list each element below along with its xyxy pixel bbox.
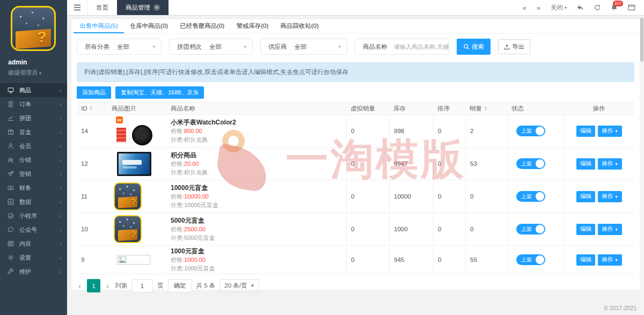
product-tab[interactable]: 出售中商品(5) [74, 19, 124, 33]
scroll-tabs-right-icon[interactable]: » [537, 4, 540, 12]
notifications-bell-icon[interactable]: 107 [611, 4, 618, 11]
product-tab[interactable]: 仓库中商品(0) [124, 19, 174, 33]
more-actions-button[interactable]: 操作▼ [598, 224, 622, 235]
settings-gear-icon [8, 254, 15, 261]
cell-stock[interactable]: 945 [389, 246, 433, 274]
marketing-send-icon [8, 171, 15, 177]
category-select[interactable]: 所有分类 全部 ▼ [77, 39, 162, 55]
sidebar-item[interactable]: 小程序 ‹ [0, 209, 67, 223]
scrollbar-thumb[interactable] [640, 18, 643, 62]
more-actions-button[interactable]: 操作▼ [598, 158, 622, 170]
cell-stock[interactable]: 9947 [389, 148, 433, 180]
sidebar-item[interactable]: 数据 ‹ [0, 195, 67, 209]
search-button[interactable]: 搜索 [457, 39, 491, 55]
cell-stock[interactable]: 1000 [389, 213, 433, 245]
per-page-select[interactable]: 20 条/页 ▼ [219, 279, 259, 292]
back-icon[interactable] [577, 5, 584, 11]
status-toggle[interactable]: 上架 [516, 158, 545, 169]
edit-button[interactable]: 编辑 [576, 158, 595, 170]
sidebar-item[interactable]: 盲盒 ‹ [0, 125, 67, 139]
search-icon [463, 43, 470, 50]
hamburger-menu-icon[interactable] [67, 0, 87, 15]
more-actions-button[interactable]: 操作▼ [598, 126, 622, 137]
table-header: ID▲▼ 商品图片 商品名称 虚拟销量 库存 排序 销量▲▼ 状态 操作 [77, 102, 634, 115]
sidebar-item[interactable]: 设置 ‹ [0, 251, 67, 265]
product-price: 价格:10000.00 [171, 192, 209, 201]
sidebar-item[interactable]: 维护 ‹ [0, 265, 67, 279]
copy-product-button[interactable]: 复制淘宝、天猫、1688、京东 [115, 86, 204, 99]
avatar[interactable]: ? [11, 6, 56, 51]
product-price: 价格:2500.00 [171, 225, 206, 233]
sidebar-item[interactable]: 商品 ‹ [0, 83, 67, 97]
sidebar-item[interactable]: 会员 ‹ [0, 139, 67, 153]
status-toggle[interactable]: 上架 [516, 224, 545, 235]
cell-sort[interactable]: 0 [433, 180, 465, 213]
sidebar-item[interactable]: 财务 ‹ [0, 181, 67, 195]
cell-id: 9 [77, 246, 107, 274]
export-button[interactable]: 导出 [498, 39, 530, 54]
header-sales[interactable]: 销量▲▼ [465, 102, 507, 114]
sidebar-item[interactable]: 分销 ‹ [0, 153, 67, 167]
tab-product-management[interactable]: 商品管理 × [117, 0, 169, 15]
product-image-cell: mi [107, 115, 166, 147]
chevron-left-icon: ‹ [60, 101, 62, 107]
page-scrollbar[interactable] [640, 16, 644, 315]
chevron-down-icon: ▼ [334, 45, 347, 49]
sidebar-item[interactable]: 拼团 ‹ [0, 111, 67, 125]
status-toggle[interactable]: 上架 [516, 254, 545, 265]
refresh-icon[interactable] [594, 4, 601, 11]
add-product-button[interactable]: 添加商品 [77, 86, 111, 99]
tab-home[interactable]: 首页 [87, 0, 117, 15]
cell-virtual-sales[interactable]: 0 [346, 148, 389, 180]
prev-page-button[interactable]: ‹ [77, 281, 83, 290]
current-page-button[interactable]: 1 [87, 279, 100, 292]
cell-virtual-sales[interactable]: 0 [346, 213, 389, 245]
header-id[interactable]: ID▲▼ [77, 102, 107, 114]
product-tab[interactable]: 已经售罄商品(0) [174, 19, 230, 33]
status-toggle[interactable]: 上架 [516, 126, 545, 136]
cell-stock[interactable]: 10000 [389, 180, 433, 213]
maintenance-wrench-icon [8, 268, 15, 275]
chevron-down-icon: ▼ [250, 283, 254, 288]
pagination: ‹ 1 › 到第 页 确定 共 5 条 20 条/页 ▼ [77, 279, 634, 292]
sidebar-item[interactable]: 订单 ‹ [0, 97, 67, 111]
more-actions-button[interactable]: 操作▼ [598, 254, 622, 266]
edit-button[interactable]: 编辑 [576, 254, 595, 266]
goto-confirm-button[interactable]: 确定 [168, 279, 192, 292]
edit-button[interactable]: 编辑 [576, 191, 595, 202]
chevron-down-icon: ▼ [614, 195, 618, 199]
filter-bar: 所有分类 全部 ▼ 拼团档次 全部 ▼ 供应商 全部 ▼ 商品名称 搜索 导出 [71, 34, 640, 58]
product-tab[interactable]: 商品回收站(0) [274, 19, 325, 33]
fullscreen-icon[interactable] [628, 4, 635, 11]
sidebar-item[interactable]: 公众号 ‹ [0, 223, 67, 237]
edit-button[interactable]: 编辑 [576, 224, 595, 235]
status-toggle[interactable]: 上架 [516, 191, 545, 202]
sidebar-item[interactable]: 内容 ‹ [0, 237, 67, 251]
cell-virtual-sales[interactable]: 0 [346, 180, 389, 213]
edit-button[interactable]: 编辑 [576, 126, 595, 137]
goto-page-input[interactable] [131, 279, 153, 292]
product-category: 分类:5000元盲盒 [171, 233, 215, 242]
cell-virtual-sales[interactable]: 0 [346, 246, 389, 274]
next-page-button[interactable]: › [105, 281, 111, 290]
scroll-tabs-left-icon[interactable]: « [523, 4, 526, 12]
close-tabs-dropdown[interactable]: 关闭▾ [551, 4, 567, 12]
cell-sort[interactable]: 0 [433, 246, 465, 274]
cell-sort[interactable]: 0 [433, 115, 465, 147]
role-dropdown[interactable]: 超级管理员 ▾ [0, 66, 67, 83]
product-tab[interactable]: 警戒库存(0) [230, 19, 274, 33]
cell-sort[interactable]: 0 [433, 213, 465, 245]
sidebar-item[interactable]: 营销 ‹ [0, 167, 67, 181]
cell-sort[interactable]: 0 [433, 148, 465, 180]
cell-stock[interactable]: 998 [389, 115, 433, 147]
cell-id: 11 [77, 180, 107, 213]
groupbuy-tier-select[interactable]: 拼团档次 全部 ▼ [169, 39, 253, 55]
goods-desktop-icon [8, 87, 15, 93]
supplier-select[interactable]: 供应商 全部 ▼ [260, 39, 347, 55]
miniprogram-icon [8, 213, 15, 219]
close-icon[interactable]: × [153, 4, 160, 11]
cell-virtual-sales[interactable]: 0 [346, 115, 389, 147]
more-actions-button[interactable]: 操作▼ [598, 191, 622, 202]
cell-sales: 2 [465, 115, 507, 147]
product-name-input[interactable] [394, 43, 449, 50]
